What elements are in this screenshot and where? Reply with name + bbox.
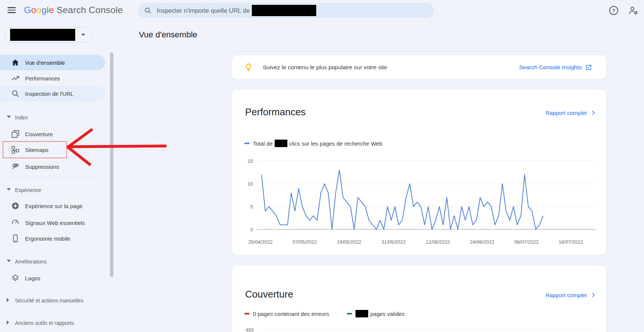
sidebar-divider (5, 177, 100, 177)
svg-text:31/05/2022: 31/05/2022 (381, 239, 406, 245)
sidebar-item-sitemaps[interactable]: Sitemaps (0, 142, 105, 158)
sidebar-divider (5, 106, 100, 106)
logo-product-name: Search Console (57, 5, 123, 15)
sidebar-divider (5, 252, 100, 252)
layers-diamond-icon (11, 274, 20, 283)
svg-text:12/06/2022: 12/06/2022 (425, 239, 450, 245)
lightbulb-icon (244, 63, 253, 72)
chevron-down-icon (81, 34, 85, 36)
pages-copy-icon (11, 130, 20, 138)
speedometer-icon (11, 218, 20, 227)
sidebar-divider (5, 290, 100, 290)
redacted-site-url (252, 5, 316, 16)
sidebar-scrollbar[interactable] (110, 52, 113, 277)
search-placeholder: Inspecter n'importe quelle URL de (157, 7, 250, 14)
svg-text:25/04/2022: 25/04/2022 (248, 239, 272, 245)
search-icon (144, 7, 152, 14)
home-icon (11, 58, 20, 67)
url-inspection-search-input[interactable]: Inspecter n'importe quelle URL de (138, 3, 434, 18)
google-search-console-app: GoogleSearch Console Inspecter n'importe… (0, 0, 644, 332)
caret-down-icon (7, 260, 11, 262)
external-link-icon (585, 64, 592, 71)
page-title: Vue d'ensemble (139, 30, 197, 40)
sidebar-item-experience-page[interactable]: Expérience sur la page (0, 198, 105, 214)
redacted-property-name (10, 29, 75, 41)
user-settings-icon[interactable] (628, 5, 638, 16)
sidebar-item-ergonomie-mobile[interactable]: Ergonomie mobile (0, 231, 105, 246)
property-selector-dropdown[interactable] (4, 27, 93, 43)
performances-card: Performances Rapport complet Total de cl… (232, 90, 606, 255)
sidebar-divider (5, 312, 100, 312)
insights-banner: Suivez le contenu le plus populaire sur … (232, 55, 606, 79)
performances-line-chart: 15105025/04/202207/05/202219/05/202231/0… (232, 90, 606, 255)
caret-right-icon (7, 320, 9, 325)
caret-down-icon (7, 116, 11, 118)
sidebar-item-inspection-url[interactable]: Inspection de l'URL (0, 86, 105, 101)
sidebar-item-performances[interactable]: Performances (0, 70, 105, 86)
svg-text:?: ? (612, 8, 615, 13)
eye-off-icon (11, 162, 20, 171)
svg-text:10: 10 (248, 181, 253, 187)
sidebar-item-signaux-web[interactable]: Signaux Web essentiels (0, 215, 105, 231)
sitemap-tree-icon (11, 145, 20, 154)
trending-up-icon (11, 74, 20, 83)
couverture-chart-top: 450 (232, 266, 606, 332)
sidebar-item-suppressions[interactable]: Suppressions (0, 159, 105, 174)
google-logo: Google (24, 5, 54, 15)
title-divider (138, 51, 644, 52)
search-icon (11, 89, 20, 98)
svg-text:06/07/2022: 06/07/2022 (514, 239, 538, 245)
svg-text:15: 15 (248, 158, 253, 164)
sidebar-item-vue-densemble[interactable]: Vue d'ensemble (0, 55, 105, 70)
svg-text:24/06/2022: 24/06/2022 (470, 239, 494, 245)
hamburger-menu-button[interactable] (7, 6, 16, 14)
svg-text:19/05/2022: 19/05/2022 (337, 239, 361, 245)
caret-down-icon (7, 188, 11, 191)
google-search-console-logo: GoogleSearch Console (24, 5, 123, 15)
sidebar-item-couverture[interactable]: Couverture (0, 126, 105, 142)
page-experience-icon (11, 201, 20, 210)
couverture-ytick-450: 450 (245, 327, 254, 332)
couverture-card: Couverture Rapport complet 0 pages conte… (232, 266, 606, 332)
search-console-insights-link[interactable]: Search Console Insights (519, 64, 592, 71)
smartphone-icon (11, 234, 20, 243)
help-icon[interactable]: ? (608, 5, 619, 16)
svg-text:07/05/2022: 07/05/2022 (293, 239, 317, 245)
svg-text:5: 5 (250, 204, 253, 210)
banner-text: Suivez le contenu le plus populaire sur … (263, 64, 387, 71)
sidebar-item-logos[interactable]: Logos (0, 270, 105, 286)
svg-text:18/07/2022: 18/07/2022 (559, 239, 583, 245)
svg-text:0: 0 (250, 227, 253, 232)
caret-right-icon (7, 298, 9, 302)
